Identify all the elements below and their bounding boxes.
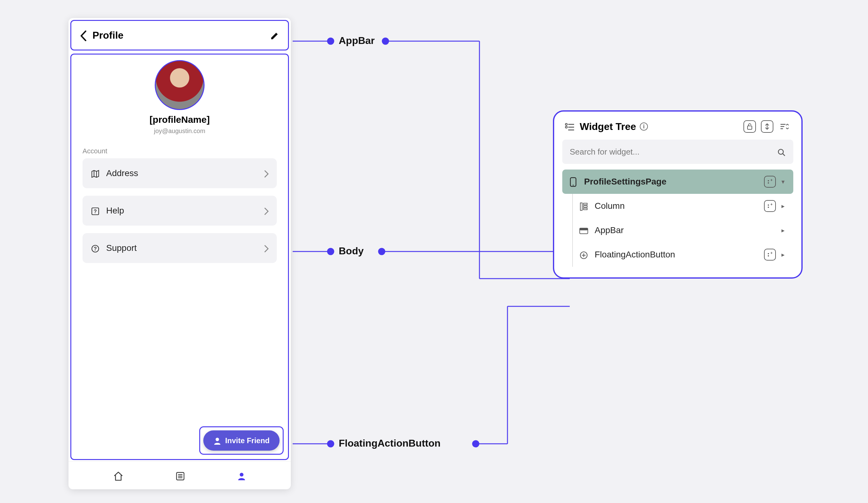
fab-label: FloatingActionButton xyxy=(339,437,441,449)
tree-children: Column + ▸ AppBar ▸ FloatingActionButton xyxy=(572,194,793,267)
row-support[interactable]: ? Support xyxy=(83,233,277,263)
svg-rect-42 xyxy=(580,203,582,210)
map-icon xyxy=(91,168,100,178)
help-square-icon: ? xyxy=(91,206,100,216)
tree-row-label: Column xyxy=(595,201,758,211)
appbar-icon xyxy=(578,225,589,235)
svg-point-55 xyxy=(768,255,769,256)
svg-text:?: ? xyxy=(94,246,97,252)
svg-point-28 xyxy=(565,126,567,128)
svg-point-54 xyxy=(768,253,769,254)
row-label: Address xyxy=(106,168,258,178)
svg-point-25 xyxy=(240,473,244,476)
svg-point-47 xyxy=(768,207,769,208)
row-address[interactable]: Address xyxy=(83,158,277,188)
svg-point-39 xyxy=(768,180,769,181)
search-icon xyxy=(777,147,786,157)
person-icon xyxy=(213,436,221,445)
svg-point-35 xyxy=(778,149,783,154)
svg-point-7 xyxy=(328,248,334,255)
svg-text:+: + xyxy=(770,252,773,255)
svg-point-3 xyxy=(382,38,389,44)
appbar: Profile xyxy=(71,21,288,50)
panel-header: Widget Tree i xyxy=(554,120,802,140)
svg-point-26 xyxy=(565,123,567,125)
add-widget-icon[interactable]: + xyxy=(764,200,776,212)
plus-circle-icon xyxy=(578,250,589,259)
body-label: Body xyxy=(339,245,364,257)
chevron-right-icon xyxy=(264,243,269,253)
tree-row-profile-settings-page[interactable]: ProfileSettingsPage + ▾ xyxy=(562,170,793,194)
svg-text:?: ? xyxy=(94,209,97,214)
svg-point-40 xyxy=(768,182,769,183)
avatar[interactable] xyxy=(155,60,205,110)
chevron-right-icon[interactable]: ▸ xyxy=(782,202,788,210)
svg-point-1 xyxy=(328,38,334,44)
lock-icon[interactable] xyxy=(743,120,756,133)
svg-rect-43 xyxy=(583,203,587,205)
svg-rect-50 xyxy=(580,228,588,230)
tree-row-column[interactable]: Column + ▸ xyxy=(573,194,793,218)
panel-title: Widget Tree i xyxy=(580,121,738,132)
edit-icon[interactable] xyxy=(270,30,279,41)
row-help[interactable]: ? Help xyxy=(83,196,277,225)
panel-title-text: Widget Tree xyxy=(580,121,636,132)
tree-row-fab[interactable]: FloatingActionButton + ▸ xyxy=(573,242,793,267)
tree-row-label: AppBar xyxy=(595,225,776,235)
fab-label: Invite Friend xyxy=(225,436,270,445)
invite-friend-fab[interactable]: Invite Friend xyxy=(203,430,280,451)
info-icon[interactable]: i xyxy=(640,122,648,131)
list-icon[interactable] xyxy=(175,469,185,482)
svg-rect-45 xyxy=(583,208,587,210)
phone-icon xyxy=(568,177,578,187)
back-icon[interactable] xyxy=(80,29,87,42)
svg-line-36 xyxy=(783,154,785,156)
svg-point-13 xyxy=(473,441,479,447)
svg-rect-44 xyxy=(583,206,587,207)
svg-rect-31 xyxy=(747,126,752,129)
column-icon xyxy=(578,201,589,211)
help-circle-icon: ? xyxy=(91,243,100,253)
search-input[interactable]: Search for widget... xyxy=(562,140,793,164)
tree-row-label: FloatingActionButton xyxy=(595,250,758,260)
tree-row-appbar[interactable]: AppBar ▸ xyxy=(573,218,793,242)
body-annotation-frame: [profileName] joy@augustin.com Account A… xyxy=(70,53,289,460)
chevron-right-icon[interactable]: ▸ xyxy=(782,251,788,258)
svg-text:+: + xyxy=(770,203,773,207)
tree-row-label: ProfileSettingsPage xyxy=(584,177,758,187)
expand-icon[interactable] xyxy=(761,120,773,133)
appbar-annotation-frame: Profile xyxy=(70,20,289,50)
body: [profileName] joy@augustin.com Account A… xyxy=(71,54,288,459)
chevron-right-icon[interactable]: ▸ xyxy=(782,227,788,234)
section-label-account: Account xyxy=(83,147,277,155)
sort-icon[interactable] xyxy=(778,120,791,133)
chevron-right-icon xyxy=(264,168,269,179)
svg-point-11 xyxy=(328,441,334,447)
profile-email: joy@augustin.com xyxy=(83,128,277,135)
chevron-right-icon xyxy=(264,205,269,216)
svg-point-9 xyxy=(379,248,385,255)
tree-icon xyxy=(565,121,575,132)
svg-point-38 xyxy=(572,184,574,185)
svg-point-20 xyxy=(216,438,219,441)
profile-icon[interactable] xyxy=(237,469,246,482)
tree: ProfileSettingsPage + ▾ Column + ▸ xyxy=(554,170,802,267)
home-icon[interactable] xyxy=(113,469,124,482)
phone-mockup: Profile [profileName] joy@augustin.com A… xyxy=(69,18,291,489)
row-label: Help xyxy=(106,206,258,216)
add-widget-icon[interactable]: + xyxy=(764,249,776,261)
search-placeholder: Search for widget... xyxy=(570,147,640,157)
svg-text:+: + xyxy=(770,179,773,182)
bottom-nav xyxy=(69,461,291,489)
appbar-title: Profile xyxy=(92,30,264,41)
widget-tree-panel: Widget Tree i Search for widget... Profi… xyxy=(553,110,803,279)
chevron-down-icon[interactable]: ▾ xyxy=(782,178,788,185)
profile-name: [profileName] xyxy=(83,114,277,125)
svg-point-46 xyxy=(768,204,769,206)
row-label: Support xyxy=(106,243,258,253)
fab-annotation-frame: Invite Friend xyxy=(199,426,283,455)
add-widget-icon[interactable]: + xyxy=(764,176,776,188)
appbar-label: AppBar xyxy=(339,35,375,47)
